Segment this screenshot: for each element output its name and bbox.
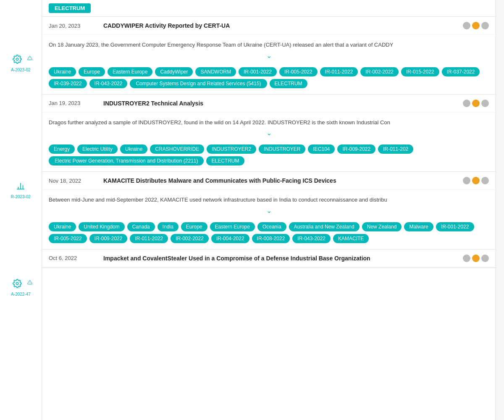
tag-kamacite[interactable]: KAMACITE bbox=[333, 234, 369, 243]
report-caddywiper-title: CADDYWIPER Activity Reported by CERT-UA bbox=[103, 22, 463, 29]
tag-ukraine-3[interactable]: Ukraine bbox=[49, 222, 76, 231]
sidebar-entry-3: A-2022-47 bbox=[11, 279, 31, 297]
report-kamacite-date: Nov 18, 2022 bbox=[49, 178, 103, 184]
indicator-gray-6 bbox=[481, 177, 489, 184]
tag-crashoverride[interactable]: CRASHOVERRIDE bbox=[150, 144, 204, 154]
tag-electric-power[interactable]: Electric Power Generation, Transmission … bbox=[49, 156, 204, 165]
report-caddywiper-body: On 18 January 2023, the Government Compu… bbox=[42, 35, 496, 49]
tag-ir-008-2022[interactable]: IR-008-2022 bbox=[252, 234, 290, 243]
sidebar-label-3: A-2022-47 bbox=[11, 292, 31, 297]
electrum-top-button[interactable]: ELECTRUM bbox=[49, 3, 91, 13]
indicator-orange-2 bbox=[472, 100, 480, 107]
tag-electrum-1[interactable]: ELECTRUM bbox=[270, 79, 307, 88]
tag-eastern-europe-2[interactable]: Eastern Europe bbox=[210, 222, 255, 231]
tag-canada[interactable]: Canada bbox=[127, 222, 155, 231]
report-kamacite-expand[interactable]: ⌄ bbox=[42, 204, 496, 219]
tag-ir-009-2022-2[interactable]: IR-009-2022 bbox=[89, 234, 128, 243]
report-kamacite-indicators bbox=[463, 177, 489, 184]
tag-sandworm[interactable]: SANDWORM bbox=[195, 67, 236, 76]
indicator-orange-1 bbox=[472, 22, 480, 29]
tag-ir-001-2022-1[interactable]: IR-001-2022 bbox=[239, 67, 277, 76]
tag-ir-011-2022-1[interactable]: IR-011-2022 bbox=[320, 67, 358, 76]
svg-point-0 bbox=[16, 58, 18, 60]
tag-ir-011-202[interactable]: IR-011-202 bbox=[378, 144, 413, 154]
report-kamacite-tags: Ukraine United Kingdom Canada India Euro… bbox=[42, 219, 496, 249]
tag-computer-systems[interactable]: Computer Systems Design and Related Serv… bbox=[130, 79, 267, 88]
main-content: ELECTRUM Jan 20, 2023 CADDYWIPER Activit… bbox=[42, 0, 496, 420]
report-caddywiper-expand[interactable]: ⌄ bbox=[42, 49, 496, 64]
tag-india[interactable]: India bbox=[158, 222, 178, 231]
tag-ir-001-2022-2[interactable]: IR-001-2022 bbox=[436, 222, 474, 231]
page-container: A-2023-02 R-2023-02 bbox=[0, 0, 504, 420]
report-caddywiper-indicators bbox=[463, 22, 489, 29]
report-kamacite-body: Between mid-June and mid-September 2022,… bbox=[42, 190, 496, 204]
chevron-down-icon-1: ⌄ bbox=[266, 52, 272, 59]
gear-warning-icon-1 bbox=[13, 55, 29, 66]
report-industroyer2: Jan 19, 2023 INDUSTROYER2 Technical Anal… bbox=[42, 94, 496, 172]
tag-ir-043-2022-1[interactable]: IR-043-2022 bbox=[89, 79, 128, 88]
report-caddywiper-tags: Ukraine Europe Eastern Europe CaddyWiper… bbox=[42, 64, 496, 94]
tag-ir-009-2022-1[interactable]: IR-009-2022 bbox=[337, 144, 375, 154]
indicator-gray-1 bbox=[463, 22, 470, 29]
tag-ir-005-2022-1[interactable]: IR-005-2022 bbox=[279, 67, 318, 76]
tag-ir-004-2022[interactable]: IR-004-2022 bbox=[211, 234, 249, 243]
report-impacket-date: Oct 6, 2022 bbox=[49, 255, 103, 261]
tag-iec104[interactable]: IEC104 bbox=[308, 144, 335, 154]
tag-europe-1[interactable]: Europe bbox=[79, 67, 105, 76]
tag-ir-002-2022-1[interactable]: IR-002-2022 bbox=[360, 67, 399, 76]
indicator-orange-3 bbox=[472, 177, 480, 184]
report-industroyer2-indicators bbox=[463, 100, 489, 107]
sidebar-label-2: R-2023-02 bbox=[11, 194, 31, 199]
tag-oceania[interactable]: Oceania bbox=[257, 222, 286, 231]
tag-industroyer[interactable]: INDUSTROYER bbox=[259, 144, 305, 154]
tag-ukraine-1[interactable]: Ukraine bbox=[49, 67, 76, 76]
report-industroyer2-expand[interactable]: ⌄ bbox=[42, 126, 496, 141]
indicator-orange-4 bbox=[472, 255, 480, 262]
tag-electric-utility[interactable]: Electric Utility bbox=[77, 144, 118, 154]
tag-caddywiper[interactable]: CaddyWiper bbox=[155, 67, 193, 76]
report-caddywiper: Jan 20, 2023 CADDYWIPER Activity Reporte… bbox=[42, 17, 496, 94]
tag-ir-015-2022[interactable]: IR-015-2022 bbox=[401, 67, 439, 76]
tag-ir-043-2022-2[interactable]: IR-043-2022 bbox=[292, 234, 331, 243]
tag-europe-2[interactable]: Europe bbox=[181, 222, 207, 231]
tag-ir-005-2022-2[interactable]: IR-005-2022 bbox=[49, 234, 87, 243]
tag-energy[interactable]: Energy bbox=[49, 144, 75, 154]
report-impacket: Oct 6, 2022 Impacket and CovalentStealer… bbox=[42, 249, 496, 268]
indicator-gray-2 bbox=[481, 22, 489, 29]
tag-industroyer2[interactable]: INDUSTROYER2 bbox=[207, 144, 256, 154]
tag-ir-037-2022[interactable]: IR-037-2022 bbox=[442, 67, 480, 76]
tag-ir-039-2022[interactable]: IR-039-2022 bbox=[49, 79, 87, 88]
report-caddywiper-header: Jan 20, 2023 CADDYWIPER Activity Reporte… bbox=[42, 17, 496, 35]
report-impacket-indicators bbox=[463, 255, 489, 262]
indicator-gray-3 bbox=[463, 100, 470, 107]
report-industroyer2-title: INDUSTROYER2 Technical Analysis bbox=[103, 100, 463, 107]
tag-new-zealand[interactable]: New Zealand bbox=[362, 222, 402, 231]
tag-electrum-2[interactable]: ELECTRUM bbox=[206, 156, 244, 165]
report-kamacite: Nov 18, 2022 KAMACITE Distributes Malwar… bbox=[42, 172, 496, 249]
tag-ir-002-2022-2[interactable]: IR-002-2022 bbox=[171, 234, 209, 243]
report-kamacite-title: KAMACITE Distributes Malware and Communi… bbox=[103, 177, 463, 184]
right-edge bbox=[496, 0, 504, 420]
tag-ukraine-2[interactable]: Ukraine bbox=[120, 144, 147, 154]
report-industroyer2-body: Dragos further analyzed a sample of INDU… bbox=[42, 113, 496, 127]
tag-australia-nz[interactable]: Australia and New Zealand bbox=[289, 222, 360, 231]
tag-united-kingdom[interactable]: United Kingdom bbox=[79, 222, 124, 231]
report-industroyer2-tags: Energy Electric Utility Ukraine CRASHOVE… bbox=[42, 141, 496, 171]
tag-eastern-europe-1[interactable]: Eastern Europe bbox=[108, 67, 152, 76]
indicator-gray-4 bbox=[481, 100, 489, 107]
indicator-gray-5 bbox=[463, 177, 470, 184]
svg-point-7 bbox=[16, 282, 18, 285]
report-industroyer2-header: Jan 19, 2023 INDUSTROYER2 Technical Anal… bbox=[42, 94, 496, 113]
report-kamacite-header: Nov 18, 2022 KAMACITE Distributes Malwar… bbox=[42, 172, 496, 190]
tag-malware[interactable]: Malware bbox=[404, 222, 433, 231]
sidebar-label-1: A-2023-02 bbox=[11, 68, 31, 72]
report-industroyer2-date: Jan 19, 2023 bbox=[49, 100, 103, 106]
chevron-down-icon-2: ⌄ bbox=[266, 129, 272, 136]
report-impacket-header: Oct 6, 2022 Impacket and CovalentStealer… bbox=[42, 249, 496, 268]
top-bar: ELECTRUM bbox=[42, 0, 496, 17]
report-caddywiper-date: Jan 20, 2023 bbox=[49, 23, 103, 29]
gear-warning-icon-3 bbox=[13, 279, 29, 290]
sidebar-entry-2: R-2023-02 bbox=[11, 181, 31, 199]
tag-ir-011-2022-2[interactable]: IR-011-2022 bbox=[130, 234, 168, 243]
indicator-gray-7 bbox=[463, 255, 470, 262]
